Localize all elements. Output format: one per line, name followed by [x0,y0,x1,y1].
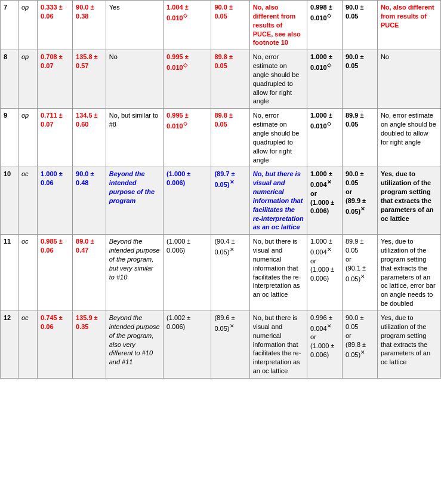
desc3: No, also different from results of PUCE [377,1,440,50]
desc3: No [377,50,440,109]
desc2: No, also different from results of PUCE,… [249,1,307,50]
val6: 89.9 ± 0.05 [342,109,377,167]
row-type: oc [18,167,37,235]
val5: 1.000 ± 0.010◇ [307,109,343,167]
val4: (89.7 ± 0.05)✕ [211,167,249,235]
row-type: op [18,1,37,50]
val2: 90.0 ± 0.48 [73,167,106,235]
val1: 0.745 ± 0.06 [38,311,73,379]
val2: 90.0 ± 0.38 [73,1,106,50]
val3: (1.000 ± 0.006) [164,167,211,235]
desc3: No, error estimate on angle should be do… [377,109,440,167]
val4: (90.4 ± 0.05)✕ [211,235,249,311]
table-row: 10 oc 1.000 ± 0.06 90.0 ± 0.48 Beyond th… [1,167,441,235]
val3: 0.995 ± 0.010◇ [164,109,211,167]
val4: (89.6 ± 0.05)✕ [211,311,249,379]
val4: 90.0 ± 0.05 [211,1,249,50]
val4: 89.8 ± 0.05 [211,109,249,167]
desc2: No, but there is visual and numerical in… [249,311,307,379]
desc1: Yes [106,1,163,50]
val3: (1.002 ± 0.006) [164,311,211,379]
val3: (1.000 ± 0.006) [164,235,211,311]
val2: 89.0 ± 0.47 [73,235,106,311]
table-row: 11 oc 0.985 ± 0.06 89.0 ± 0.47 Beyond th… [1,235,441,311]
row-id: 12 [1,311,18,379]
row-type: oc [18,311,37,379]
val5: 1.000 ± 0.004✕or(1.000 ± 0.006) [307,167,343,235]
row-id: 7 [1,1,18,50]
row-id: 9 [1,109,18,167]
desc3: Yes, due to utilization of the program s… [377,235,440,311]
desc1: No, but similar to #8 [106,109,163,167]
desc1: Beyond the intended purpose of the progr… [106,311,163,379]
val5: 0.996 ± 0.004✕or(1.000 ± 0.006) [307,311,343,379]
desc2: No, but there is visual and numerical in… [249,167,307,235]
val1: 0.333 ± 0.06 [38,1,73,50]
row-type: op [18,50,37,109]
val1: 1.000 ± 0.06 [38,167,73,235]
table-row: 12 oc 0.745 ± 0.06 135.9 ± 0.35 Beyond t… [1,311,441,379]
val6: 90.0 ± 0.05 [342,50,377,109]
val6: 89.9 ± 0.05or(90.1 ± 0.05)✕ [342,235,377,311]
val5: 1.000 ± 0.004✕or(1.000 ± 0.006) [307,235,343,311]
desc2: No, error estimate on angle should be qu… [249,50,307,109]
val1: 0.708 ± 0.07 [38,50,73,109]
row-id: 11 [1,235,18,311]
val6: 90.0 ± 0.05 [342,1,377,50]
desc1: No [106,50,163,109]
val3: 1.004 ± 0.010◇ [164,1,211,50]
val4: 89.8 ± 0.05 [211,50,249,109]
row-type: oc [18,235,37,311]
desc2: No, but there is visual and numerical in… [249,235,307,311]
val3: 0.995 ± 0.010◇ [164,50,211,109]
val5: 1.000 ± 0.010◇ [307,50,343,109]
val2: 135.8 ± 0.57 [73,50,106,109]
table-row: 9 op 0.711 ± 0.07 134.5 ± 0.60 No, but s… [1,109,441,167]
table-row: 7 op 0.333 ± 0.06 90.0 ± 0.38 Yes 1.004 … [1,1,441,50]
desc2: No, error estimate on angle should be qu… [249,109,307,167]
row-id: 8 [1,50,18,109]
val5: 0.998 ± 0.010◇ [307,1,343,50]
desc1: Beyond the intended purpose of the progr… [106,167,163,235]
row-type: op [18,109,37,167]
val2: 135.9 ± 0.35 [73,311,106,379]
table-row: 8 op 0.708 ± 0.07 135.8 ± 0.57 No 0.995 … [1,50,441,109]
val1: 0.711 ± 0.07 [38,109,73,167]
desc3: Yes, due to utilization of the program s… [377,311,440,379]
row-id: 10 [1,167,18,235]
desc3: Yes, due to utilization of the program s… [377,167,440,235]
desc1: Beyond the intended purpose of the progr… [106,235,163,311]
val6: 90.0 ± 0.05or(89.8 ± 0.05)✕ [342,311,377,379]
val1: 0.985 ± 0.06 [38,235,73,311]
val2: 134.5 ± 0.60 [73,109,106,167]
val6: 90.0 ± 0.05or(89.9 ± 0.05)✕ [342,167,377,235]
